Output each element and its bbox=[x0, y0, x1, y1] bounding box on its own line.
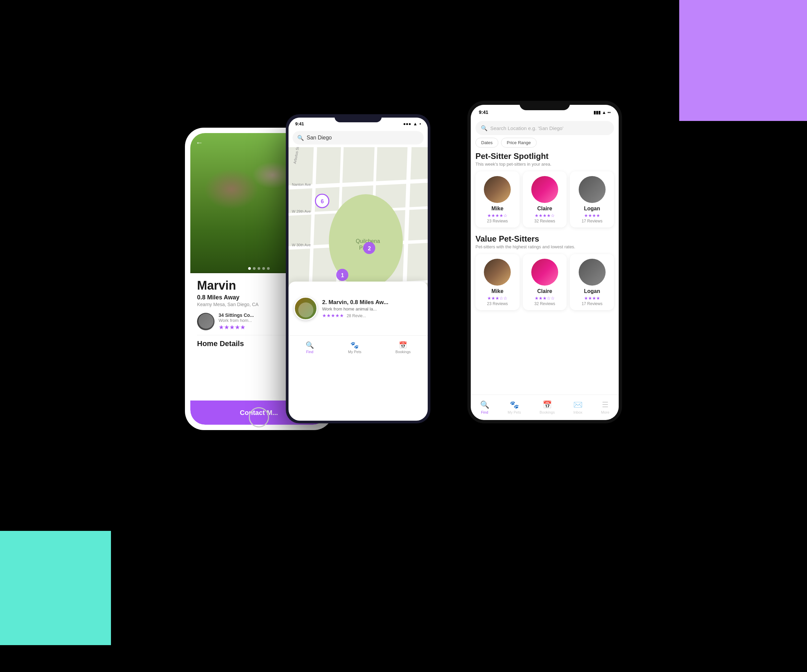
map-tab-bookings[interactable]: 📅 Bookings bbox=[395, 341, 410, 354]
work-from: Work from hom... bbox=[219, 318, 254, 323]
bookings-icon: 📅 bbox=[399, 341, 407, 349]
dot-1 bbox=[248, 267, 251, 270]
value-claire-avatar bbox=[531, 259, 558, 286]
logan-reviews: 17 Reviews bbox=[582, 219, 603, 223]
value-claire-reviews: 32 Reviews bbox=[534, 301, 555, 306]
map-search-bar[interactable]: 🔍 San Diego bbox=[292, 131, 423, 144]
map-card-subtitle: Work from home animal la... bbox=[322, 306, 389, 311]
map-search-icon: 🔍 bbox=[297, 135, 304, 141]
value-sitter-claire[interactable]: Claire ★★★☆☆ 32 Reviews bbox=[523, 254, 567, 310]
map-tab-bar: 🔍 Find 🐾 My Pets 📅 Bookings bbox=[289, 335, 428, 359]
main-pets-label: My Pets bbox=[508, 410, 521, 414]
spotlight-sitter-mike[interactable]: Mike ★★★★☆ 23 Reviews bbox=[475, 171, 520, 227]
mike-stars: ★★★★☆ bbox=[487, 213, 507, 218]
dot-5 bbox=[267, 267, 270, 270]
main-tab-pets[interactable]: 🐾 My Pets bbox=[508, 401, 521, 414]
sitter-info: 34 Sittings Co... Work from hom... ★★★★★ bbox=[219, 313, 254, 331]
value-mike-stars: ★★★☆☆ bbox=[487, 296, 507, 301]
main-bookings-label: Bookings bbox=[540, 410, 555, 414]
map-time: 9:41 bbox=[295, 121, 304, 126]
spotlight-sitter-logan[interactable]: Logan ★★★★ 17 Reviews bbox=[570, 171, 614, 227]
value-subtitle: Pet-sitters with the highest ratings and… bbox=[475, 244, 614, 249]
map-phone-notch bbox=[335, 114, 382, 122]
map-search-text: San Diego bbox=[307, 135, 332, 141]
value-sitters-row: Mike ★★★☆☆ 23 Reviews Claire ★★★☆☆ 32 Re… bbox=[475, 254, 614, 310]
sitter-stars: ★★★★★ bbox=[219, 324, 254, 331]
map-card-title: 2. Marvin, 0.8 Miles Aw... bbox=[322, 299, 389, 306]
back-arrow-icon[interactable]: ← bbox=[196, 138, 203, 147]
map-status-icons: ●●● ▲ ▪ bbox=[403, 121, 421, 126]
main-find-icon: 🔍 bbox=[480, 401, 489, 409]
map-phone: 9:41 ●●● ▲ ▪ 🔍 San Diego bbox=[286, 114, 430, 423]
map-card-avatar bbox=[294, 297, 317, 320]
spotlight-sitter-claire[interactable]: Claire ★★★★☆ 32 Reviews bbox=[523, 171, 567, 227]
map-view[interactable]: Quilchena Park 1 2 3 6 Nanton Ave W 29 bbox=[289, 147, 428, 335]
main-bookings-icon: 📅 bbox=[543, 401, 552, 409]
filter-dates[interactable]: Dates bbox=[475, 138, 498, 147]
dot-3 bbox=[257, 267, 260, 270]
main-inbox-icon: ✉️ bbox=[573, 401, 583, 409]
battery-icon: ▪▪ bbox=[608, 110, 611, 115]
value-mike-name: Mike bbox=[492, 288, 504, 294]
main-scroll-content: Pet-Sitter Spotlight This week's top pet… bbox=[471, 152, 619, 403]
svg-text:W 29th Ave: W 29th Ave bbox=[292, 209, 311, 214]
map-avatar-head bbox=[298, 303, 314, 318]
spotlight-subtitle: This week's top pet-sitters in your area… bbox=[475, 162, 614, 167]
main-more-icon: ☰ bbox=[602, 401, 609, 409]
main-search-bar[interactable]: 🔍 Search Location e.g. 'San Diego' bbox=[475, 121, 614, 135]
main-phone-screen: 9:41 ▮▮▮ ▲ ▪▪ 🔍 Search Location e.g. 'Sa… bbox=[471, 105, 619, 420]
main-tab-more[interactable]: ☰ More bbox=[601, 401, 609, 414]
reviews-count: 28 Revie... bbox=[347, 313, 366, 318]
logan-stars: ★★★★ bbox=[584, 213, 600, 218]
phones-showcase: ← Marvin 0.8 Miles Away bbox=[168, 67, 639, 605]
bg-teal-shape bbox=[0, 531, 111, 645]
dot-2 bbox=[253, 267, 256, 270]
spotlight-sitters-row: Mike ★★★★☆ 23 Reviews Claire ★★★★☆ 32 Re… bbox=[475, 171, 614, 227]
main-phone-notch bbox=[520, 101, 570, 110]
pets-icon: 🐾 bbox=[350, 341, 359, 349]
claire-reviews: 32 Reviews bbox=[534, 219, 555, 223]
home-button[interactable] bbox=[249, 407, 269, 427]
dot-4 bbox=[262, 267, 265, 270]
mike-name: Mike bbox=[492, 206, 504, 212]
avatar-person bbox=[197, 313, 214, 330]
mike-avatar bbox=[484, 176, 511, 203]
filter-price-range[interactable]: Price Range bbox=[501, 138, 536, 147]
main-find-label: Find bbox=[481, 410, 488, 414]
main-tab-inbox[interactable]: ✉️ Inbox bbox=[573, 401, 583, 414]
map-tab-find[interactable]: 🔍 Find bbox=[306, 341, 314, 354]
map-phone-screen: 9:41 ●●● ▲ ▪ 🔍 San Diego bbox=[289, 118, 428, 421]
phones-wrapper: ← Marvin 0.8 Miles Away bbox=[185, 101, 622, 571]
map-tab-pets[interactable]: 🐾 My Pets bbox=[348, 341, 362, 354]
signal-bars-icon: ▮▮▮ bbox=[593, 110, 601, 115]
main-status-icons: ▮▮▮ ▲ ▪▪ bbox=[593, 110, 611, 115]
value-mike-reviews: 23 Reviews bbox=[487, 301, 508, 306]
map-bottom-card[interactable]: 2. Marvin, 0.8 Miles Aw... Work from hom… bbox=[289, 281, 428, 335]
value-logan-stars: ★★★★ bbox=[584, 296, 600, 301]
bg-purple-shape bbox=[679, 0, 807, 121]
wifi-icon: ▲ bbox=[602, 110, 606, 115]
bookings-label: Bookings bbox=[395, 350, 410, 354]
image-dots bbox=[248, 267, 270, 270]
value-claire-stars: ★★★☆☆ bbox=[535, 296, 555, 301]
pets-label: My Pets bbox=[348, 350, 362, 354]
wifi-icon: ▲ bbox=[413, 121, 418, 126]
claire-name: Claire bbox=[537, 206, 552, 212]
value-sitter-mike[interactable]: Mike ★★★☆☆ 23 Reviews bbox=[475, 254, 520, 310]
main-tab-bookings[interactable]: 📅 Bookings bbox=[540, 401, 555, 414]
battery-icon: ▪ bbox=[419, 121, 421, 126]
logan-avatar bbox=[579, 176, 606, 203]
logan-name: Logan bbox=[584, 206, 600, 212]
spotlight-title: Pet-Sitter Spotlight bbox=[475, 152, 614, 161]
main-tab-find[interactable]: 🔍 Find bbox=[480, 401, 489, 414]
main-tab-bar: 🔍 Find 🐾 My Pets 📅 Bookings ✉️ Inbox bbox=[471, 394, 619, 420]
filter-row: Dates Price Range bbox=[471, 138, 619, 152]
value-mike-avatar bbox=[484, 259, 511, 286]
main-pets-icon: 🐾 bbox=[510, 401, 519, 409]
signal-icon: ●●● bbox=[403, 121, 411, 126]
main-time: 9:41 bbox=[479, 109, 488, 115]
svg-text:2: 2 bbox=[368, 246, 371, 251]
value-sitter-logan[interactable]: Logan ★★★★ 17 Reviews bbox=[570, 254, 614, 310]
find-icon: 🔍 bbox=[306, 341, 314, 349]
svg-text:W 30th Ave: W 30th Ave bbox=[292, 243, 311, 247]
